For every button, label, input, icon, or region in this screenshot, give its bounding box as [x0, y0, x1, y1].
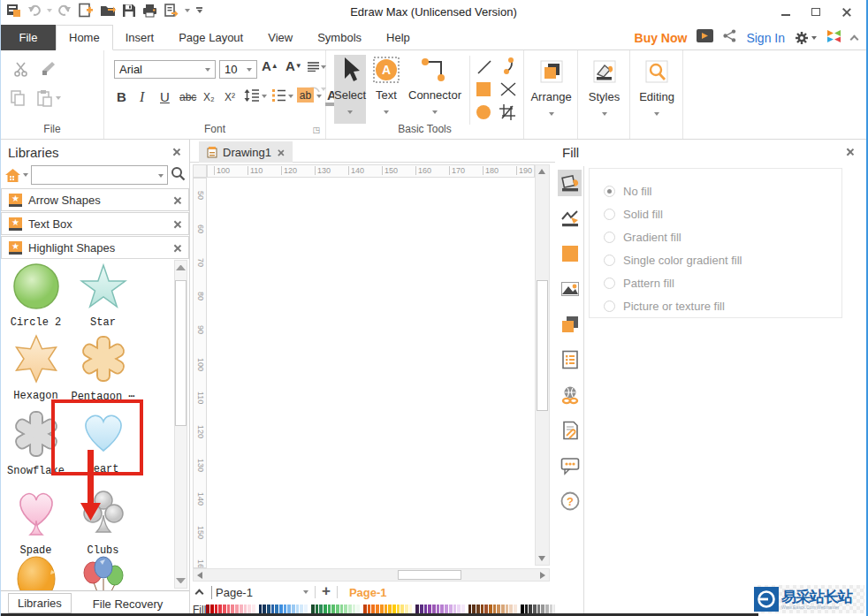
tab-help[interactable]: Help	[374, 25, 423, 50]
radio-icon[interactable]	[604, 278, 615, 289]
library-group-close-icon[interactable]	[173, 220, 181, 228]
tab-file[interactable]: File	[1, 25, 56, 50]
scroll-up-arrow-icon[interactable]	[176, 265, 186, 270]
library-group-highlight-shapes[interactable]: ★ Highlight Shapes	[1, 236, 189, 259]
page-selector-caret[interactable]	[303, 590, 308, 594]
scrollbar-thumb[interactable]	[398, 570, 461, 580]
highlight-caret[interactable]	[316, 95, 322, 98]
page-properties-icon[interactable]	[558, 346, 582, 373]
scroll-down-arrow-icon[interactable]	[176, 578, 186, 583]
document-tab[interactable]: Drawing1	[199, 141, 293, 163]
line-spacing-button[interactable]	[244, 89, 259, 102]
shape-star[interactable]: Star	[70, 262, 136, 329]
page-selector[interactable]: Page-1	[211, 586, 303, 599]
quick-color-icon[interactable]	[558, 240, 582, 267]
pinwheel-icon[interactable]	[826, 29, 841, 47]
radio-icon[interactable]	[604, 255, 615, 266]
drawing-canvas[interactable]	[207, 178, 535, 568]
fill-panel-close-icon[interactable]	[846, 148, 854, 156]
help-icon[interactable]: ?	[558, 488, 582, 514]
minimize-button[interactable]	[771, 0, 801, 23]
tab-page-layout[interactable]: Page Layout	[166, 25, 255, 50]
library-group-text-box[interactable]: ★ Text Box	[1, 212, 189, 235]
library-group-close-icon[interactable]	[173, 244, 181, 252]
strikethrough-button[interactable]: abc	[179, 91, 196, 103]
hyperlink-icon[interactable]	[558, 382, 582, 408]
fill-bucket-icon[interactable]	[558, 170, 582, 196]
shape-clubs[interactable]: Clubs	[70, 489, 136, 557]
add-page-button[interactable]: +	[322, 582, 331, 600]
line-tool-icon[interactable]	[476, 59, 492, 75]
shape-spade[interactable]: Spade	[3, 489, 69, 557]
arrange-button[interactable]: Arrange	[528, 55, 575, 124]
scroll-left-arrow-icon[interactable]	[197, 572, 202, 579]
buy-now-link[interactable]: Buy Now	[635, 31, 688, 45]
radio-icon[interactable]	[604, 186, 615, 197]
styles-button[interactable]: Styles	[582, 55, 627, 124]
crop-tool-icon[interactable]	[499, 104, 517, 120]
tab-symbols[interactable]: Symbols	[305, 25, 374, 50]
scroll-up-arrow-icon[interactable]	[538, 169, 545, 174]
shadow-icon[interactable]	[558, 311, 582, 338]
tab-home[interactable]: Home	[56, 25, 113, 50]
canvas-vertical-scrollbar[interactable]	[535, 164, 550, 566]
bottom-tab-libraries[interactable]: Libraries	[8, 593, 72, 613]
paste-dropdown-caret[interactable]	[56, 96, 61, 100]
close-button[interactable]	[831, 0, 861, 23]
fill-option-single-color-gradient-fill[interactable]: Single color gradient fill	[604, 248, 841, 271]
connection-point-tool-icon[interactable]	[499, 81, 517, 97]
fill-option-gradient-fill[interactable]: Gradient fill	[604, 225, 841, 248]
italic-button[interactable]: I	[140, 89, 144, 105]
text-tool-button[interactable]: A Text	[370, 55, 402, 124]
library-scrollbar[interactable]	[174, 260, 187, 589]
editing-button[interactable]: Editing	[634, 55, 680, 124]
cut-icon[interactable]	[13, 61, 31, 77]
increase-font-size-button[interactable]: A▲	[262, 58, 278, 73]
rectangle-tool-icon[interactable]	[476, 81, 491, 97]
presentation-icon[interactable]	[697, 29, 713, 46]
bold-button[interactable]: B	[117, 89, 126, 104]
expand-pages-icon[interactable]	[195, 589, 204, 598]
text-align-button[interactable]	[308, 62, 319, 72]
superscript-button[interactable]: X²	[225, 91, 235, 103]
document-tab-close-icon[interactable]	[278, 148, 285, 156]
library-group-arrow-shapes[interactable]: ★ Arrow Shapes	[1, 188, 189, 211]
bottom-tab-file-recovery[interactable]: File Recovery	[84, 595, 171, 613]
scrollbar-thumb[interactable]	[175, 280, 187, 426]
picture-icon[interactable]	[558, 276, 582, 302]
collapse-ribbon-icon[interactable]	[850, 34, 859, 43]
scroll-right-arrow-icon[interactable]	[540, 572, 545, 579]
shape-circle-2[interactable]: Circle 2	[3, 262, 69, 329]
fill-option-no-fill[interactable]: No fill	[604, 179, 841, 202]
sign-in-link[interactable]: Sign In	[746, 31, 785, 45]
fill-option-picture-or-texture-fill[interactable]: Picture or texture fill	[604, 294, 841, 317]
format-painter-icon[interactable]	[40, 60, 57, 77]
settings-gear-icon[interactable]	[795, 31, 817, 45]
library-group-close-icon[interactable]	[173, 196, 181, 204]
library-home-icon[interactable]	[4, 168, 28, 183]
shape-balloons[interactable]	[70, 556, 136, 590]
shape-balloon[interactable]	[3, 556, 69, 590]
shape-hexagon[interactable]: Hexagon	[3, 334, 69, 402]
connector-tool-button[interactable]: Connector	[406, 55, 464, 124]
highlight-button[interactable]: ab	[297, 87, 314, 103]
line-spacing-caret[interactable]	[262, 95, 267, 98]
paste-icon[interactable]	[36, 89, 53, 107]
font-name-select[interactable]: Arial	[114, 60, 216, 79]
maximize-button[interactable]	[801, 0, 831, 23]
radio-icon[interactable]	[604, 232, 615, 243]
bullets-caret[interactable]	[288, 95, 293, 98]
share-icon[interactable]	[723, 29, 736, 46]
comment-icon[interactable]	[558, 452, 582, 479]
arc-tool-icon[interactable]	[499, 57, 515, 75]
page-tab-active[interactable]: Page-1	[349, 586, 387, 599]
ellipse-tool-icon[interactable]	[476, 104, 491, 120]
scrollbar-thumb[interactable]	[537, 280, 548, 411]
canvas-horizontal-scrollbar[interactable]	[193, 568, 550, 582]
font-size-select[interactable]: 10	[219, 60, 257, 79]
radio-icon[interactable]	[604, 300, 615, 312]
library-search-input[interactable]	[32, 166, 167, 184]
fill-option-pattern-fill[interactable]: Pattern fill	[604, 271, 841, 294]
select-tool-button[interactable]: Select	[334, 55, 366, 124]
tab-insert[interactable]: Insert	[113, 25, 167, 50]
